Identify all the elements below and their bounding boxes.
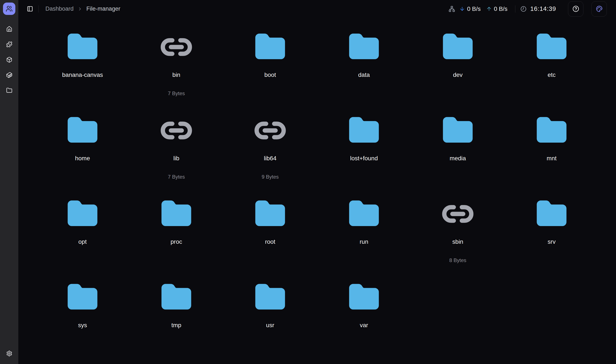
folder-icon — [254, 199, 286, 229]
app-logo[interactable] — [3, 2, 15, 15]
folder-icon — [66, 32, 99, 62]
help-icon — [573, 6, 579, 12]
file-item[interactable]: sbin8 Bytes — [411, 184, 505, 268]
topbar-divider — [515, 5, 515, 13]
file-item[interactable]: etc — [505, 18, 599, 101]
file-item[interactable]: run — [317, 184, 411, 268]
file-name: proc — [170, 238, 182, 246]
file-name: var — [360, 322, 368, 329]
chevron-right-icon — [77, 6, 83, 12]
file-name: data — [358, 71, 370, 78]
file-item[interactable]: sys — [36, 268, 129, 351]
topbar-divider — [38, 5, 39, 13]
file-item[interactable]: lost+found — [317, 101, 411, 184]
sidebar-item-home[interactable] — [4, 24, 14, 34]
symlink-icon — [160, 32, 193, 62]
folder-icon — [254, 282, 286, 313]
clock-icon — [520, 6, 526, 12]
file-name: boot — [264, 71, 276, 78]
folder-icon — [254, 32, 286, 62]
folder-icon — [348, 282, 380, 313]
sidebar-item-containers[interactable] — [4, 70, 14, 80]
file-name: usr — [266, 322, 274, 329]
file-item[interactable]: data — [317, 18, 411, 101]
file-item[interactable]: home — [36, 101, 129, 184]
file-name: srv — [547, 238, 555, 246]
file-name: lib — [173, 155, 179, 162]
upload-rate: 0 B/s — [494, 6, 507, 12]
file-item[interactable]: var — [317, 268, 411, 351]
topbar: Dashboard File-manager 0 B/s 0 B/s 16:14… — [18, 0, 616, 18]
folder-icon — [348, 199, 380, 229]
sidebar-nav — [0, 24, 18, 95]
file-name: sbin — [452, 238, 463, 246]
sidebar-item-extensions[interactable] — [4, 39, 14, 49]
file-size: 7 Bytes — [168, 174, 185, 180]
file-name: etc — [547, 71, 555, 78]
folder-icon — [66, 199, 99, 229]
file-name: sys — [78, 322, 87, 329]
file-item[interactable]: lib649 Bytes — [223, 101, 317, 184]
sidebar-toggle-button[interactable] — [25, 4, 35, 14]
clock: 16:14:39 — [520, 5, 556, 12]
folder-icon — [348, 32, 380, 62]
file-name: run — [360, 238, 368, 246]
file-name: media — [450, 155, 466, 162]
file-name: lib64 — [264, 155, 276, 162]
file-item[interactable]: dev — [411, 18, 505, 101]
symlink-icon — [254, 115, 286, 146]
file-item[interactable]: proc — [129, 184, 223, 268]
folder-icon — [535, 115, 568, 146]
file-item[interactable]: boot — [223, 18, 317, 101]
file-name: tmp — [171, 322, 182, 329]
clock-time: 16:14:39 — [530, 5, 556, 12]
container-icon — [6, 72, 12, 78]
folder-icon — [160, 199, 193, 229]
file-size: 8 Bytes — [449, 257, 466, 263]
sidebar-item-apps[interactable] — [4, 54, 14, 65]
file-item[interactable]: bin7 Bytes — [129, 18, 223, 101]
file-item[interactable]: tmp — [129, 268, 223, 351]
file-item[interactable]: media — [411, 101, 505, 184]
file-item[interactable]: opt — [36, 184, 129, 268]
sidebar-item-settings[interactable] — [4, 348, 14, 358]
folder-icon — [160, 282, 193, 313]
panel-left-icon — [27, 6, 33, 12]
file-size: 9 Bytes — [262, 174, 279, 180]
file-name: banana-canvas — [62, 71, 103, 78]
file-name: bin — [172, 71, 180, 78]
file-name: mnt — [547, 155, 557, 162]
file-item[interactable]: root — [223, 184, 317, 268]
folder-icon — [535, 32, 568, 62]
file-name: dev — [453, 71, 462, 78]
users-icon — [6, 5, 13, 12]
breadcrumb-item-dashboard[interactable]: Dashboard — [45, 6, 74, 12]
breadcrumb-item-file-manager[interactable]: File-manager — [86, 6, 120, 12]
topbar-right: 0 B/s 0 B/s 16:14:39 — [449, 1, 607, 17]
theme-button[interactable] — [591, 1, 607, 17]
file-item[interactable]: srv — [505, 184, 599, 268]
file-name: lost+found — [350, 155, 378, 162]
help-button[interactable] — [568, 1, 583, 17]
folder-icon — [535, 199, 568, 229]
palette-icon — [596, 6, 602, 12]
file-item[interactable]: usr — [223, 268, 317, 351]
download-rate: 0 B/s — [467, 6, 481, 12]
folder-icon — [66, 282, 99, 313]
sidebar-item-files[interactable] — [4, 85, 14, 95]
folder-icon — [442, 115, 474, 146]
folder-icon — [442, 32, 474, 62]
puzzle-icon — [6, 41, 12, 48]
file-size: 7 Bytes — [168, 91, 185, 96]
file-name: root — [265, 238, 275, 246]
file-item[interactable]: banana-canvas — [36, 18, 129, 101]
file-item[interactable]: lib7 Bytes — [129, 101, 223, 184]
folder-icon — [6, 87, 12, 93]
folder-icon — [348, 115, 380, 146]
box-icon — [6, 57, 12, 63]
file-item[interactable]: mnt — [505, 101, 599, 184]
home-icon — [6, 26, 12, 32]
file-name: home — [75, 155, 90, 162]
file-name: opt — [78, 238, 87, 246]
file-grid: banana-canvasbin7 Bytesbootdatadevetchom… — [36, 18, 599, 351]
